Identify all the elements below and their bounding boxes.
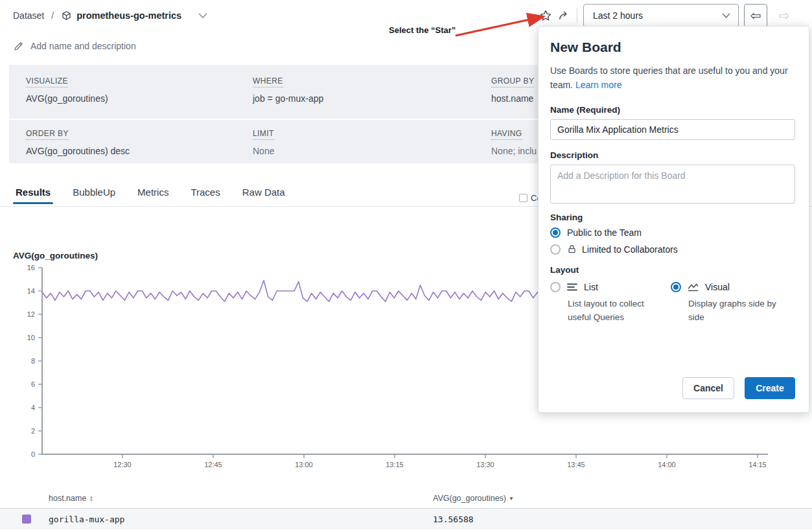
tab-results[interactable]: Results	[16, 187, 51, 204]
compare-checkbox[interactable]	[519, 194, 528, 202]
new-board-modal: New Board Use Boards to store queries th…	[538, 26, 809, 413]
tab-traces[interactable]: Traces	[191, 187, 220, 204]
svg-text:14: 14	[27, 287, 35, 295]
order-by-value: AVG(go_goroutines) desc	[26, 146, 130, 156]
svg-text:10: 10	[27, 334, 35, 341]
limit-label: LIMIT	[253, 129, 274, 140]
redo-query-button[interactable]: ⇨	[772, 4, 796, 27]
add-name-description[interactable]: Add name and description	[13, 40, 136, 52]
tab-bubbleup[interactable]: BubbleUp	[73, 187, 115, 204]
svg-text:13:00: 13:00	[295, 461, 313, 468]
query-page: Dataset / prometheus-go-metrics Last 2 h…	[0, 0, 812, 532]
svg-text:13:15: 13:15	[386, 461, 404, 468]
y-axis-ticks: 0246810121416	[27, 264, 42, 458]
layout-section-label: Layout	[550, 265, 795, 275]
svg-text:6: 6	[31, 380, 35, 388]
group-by-label: GROUP BY	[491, 76, 534, 87]
svg-text:14:15: 14:15	[748, 461, 767, 468]
x-axis-ticks: 12:3012:4513:0013:1513:3013:4514:0014:15	[113, 454, 767, 468]
group-by-value: host.name	[491, 93, 534, 104]
having-value: None; inclu	[491, 146, 537, 156]
row-host-name: gorilla-mux-app	[49, 515, 124, 524]
row-avg-value: 13.56588	[433, 515, 474, 524]
having-label: HAVING	[491, 129, 522, 140]
tab-raw-data[interactable]: Raw Data	[242, 187, 285, 204]
modal-buttons: Cancel Create	[550, 377, 795, 399]
modal-intro: Use Boards to store queries that are use…	[550, 64, 795, 93]
layout-list-label: List	[584, 282, 598, 292]
where-clause[interactable]: WHERE job = go-mux-app	[253, 65, 323, 104]
chevron-down-icon	[722, 13, 730, 19]
svg-text:13:30: 13:30	[476, 461, 494, 468]
layout-options: List List layout to collect useful Queri…	[550, 281, 795, 325]
sharing-section-label: Sharing	[550, 213, 795, 222]
redo-arrow-icon: ⇨	[779, 8, 790, 23]
dataset-chevron-down-icon[interactable]	[198, 13, 207, 19]
lock-icon	[567, 244, 577, 254]
column-avg-goroutines[interactable]: AVG(go_goroutines) ▼	[433, 494, 514, 503]
radio-unselected-icon[interactable]	[550, 244, 561, 255]
summary-table-header: host.name ▲▼ AVG(go_goroutines) ▼	[0, 492, 812, 508]
board-name-input[interactable]	[550, 119, 795, 140]
svg-text:8: 8	[31, 357, 35, 365]
where-value: job = go-mux-app	[253, 93, 323, 104]
visualize-clause[interactable]: VISUALIZE AVG(go_goroutines)	[26, 65, 108, 104]
table-row[interactable]: gorilla-mux-app 13.56588	[0, 509, 812, 529]
share-button[interactable]	[555, 5, 573, 26]
svg-text:4: 4	[31, 404, 35, 411]
board-description-input[interactable]	[550, 165, 795, 203]
visualize-label: VISUALIZE	[26, 76, 68, 87]
create-button[interactable]: Create	[745, 377, 795, 399]
sort-both-icon: ▲▼	[89, 495, 93, 502]
radio-selected-icon[interactable]	[671, 282, 681, 292]
cancel-button[interactable]: Cancel	[682, 377, 734, 399]
undo-arrow-icon: ⇦	[750, 8, 761, 23]
svg-text:12: 12	[27, 310, 35, 318]
limit-clause[interactable]: LIMIT None	[253, 120, 274, 156]
layout-visual-label: Visual	[705, 282, 730, 292]
layout-visual-option[interactable]: Visual Display graphs side by side	[671, 281, 791, 325]
order-by-clause[interactable]: ORDER BY AVG(go_goroutines) desc	[26, 120, 130, 156]
list-icon	[566, 281, 578, 293]
order-by-label: ORDER BY	[26, 129, 69, 140]
svg-text:0: 0	[31, 450, 35, 458]
pencil-icon	[13, 40, 25, 52]
sharing-public-label: Public to the Team	[567, 227, 642, 238]
column-host-name-label: host.name	[49, 494, 86, 503]
annotation-arrow	[449, 10, 553, 41]
undo-query-button[interactable]: ⇦	[744, 4, 767, 27]
layout-visual-description: Display graphs side by side	[688, 297, 789, 325]
svg-text:12:45: 12:45	[204, 461, 222, 468]
group-by-clause[interactable]: GROUP BY host.name	[491, 65, 534, 104]
sharing-public-option[interactable]: Public to the Team	[550, 227, 795, 238]
radio-selected-icon[interactable]	[550, 227, 561, 238]
layout-list-option[interactable]: List List layout to collect useful Queri…	[550, 281, 671, 325]
svg-text:16: 16	[27, 264, 35, 272]
name-field-label: Name (Required)	[550, 105, 795, 115]
where-label: WHERE	[253, 76, 283, 87]
line-chart-icon	[687, 281, 699, 293]
having-clause[interactable]: HAVING None; inclu	[491, 120, 537, 156]
column-avg-goroutines-label: AVG(go_goroutines)	[433, 494, 506, 503]
breadcrumb: Dataset / prometheus-go-metrics	[13, 0, 207, 31]
time-range-value: Last 2 hours	[593, 10, 643, 21]
tab-metrics[interactable]: Metrics	[137, 187, 168, 204]
dataset-cube-icon	[61, 10, 72, 21]
sharing-limited-label: Limited to Collaborators	[582, 244, 678, 255]
svg-text:12:30: 12:30	[113, 461, 132, 468]
breadcrumb-section: Dataset	[13, 10, 44, 21]
column-host-name[interactable]: host.name ▲▼	[49, 494, 93, 503]
add-name-description-label: Add name and description	[30, 41, 136, 51]
dataset-name[interactable]: prometheus-go-metrics	[76, 10, 181, 21]
time-range-select[interactable]: Last 2 hours	[583, 4, 739, 27]
layout-list-description: List layout to collect useful Queries	[568, 297, 668, 325]
breadcrumb-separator: /	[51, 10, 54, 21]
learn-more-link[interactable]: Learn more	[575, 80, 622, 90]
annotation-text: Select the “Star”	[389, 25, 456, 35]
radio-unselected-icon[interactable]	[550, 282, 561, 292]
share-arrow-icon	[557, 9, 570, 22]
series-swatch	[22, 515, 31, 524]
sharing-limited-option[interactable]: Limited to Collaborators	[550, 244, 795, 255]
sort-desc-icon: ▼	[509, 496, 514, 502]
top-actions: Last 2 hours ⇦ ⇨	[537, 4, 796, 27]
